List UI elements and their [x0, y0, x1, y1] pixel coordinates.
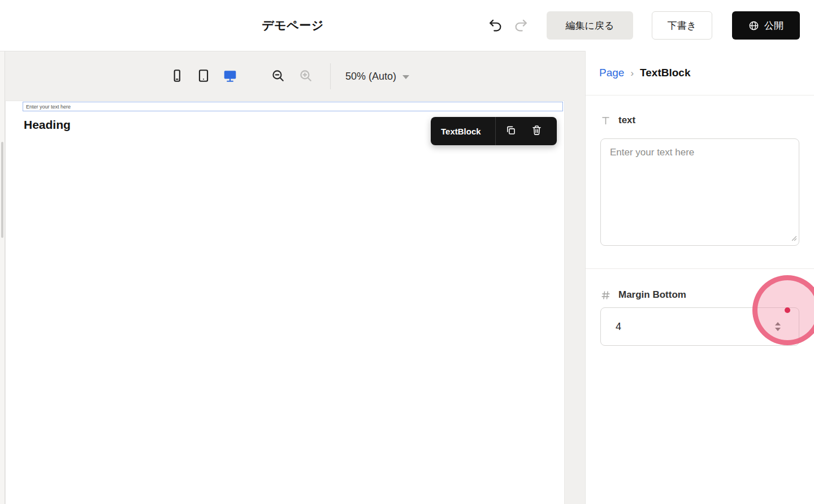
- app: デモページ 編集に戻る 下書き: [0, 0, 814, 504]
- zoom-in-icon: [298, 68, 313, 85]
- copy-icon: [505, 124, 517, 138]
- text-section-label: text: [618, 115, 635, 126]
- margin-bottom-field: [600, 307, 799, 346]
- device-phone-button[interactable]: [167, 66, 187, 86]
- device-tablet-button[interactable]: [193, 66, 214, 86]
- left-scrollbar: [0, 51, 5, 504]
- text-icon: [600, 115, 611, 126]
- inspector-divider: [586, 95, 814, 95]
- zoom-level-label: 50% (Auto): [345, 71, 396, 82]
- draft-button[interactable]: 下書き: [652, 11, 712, 40]
- top-bar: デモページ 編集に戻る 下書き: [0, 0, 814, 51]
- trash-icon: [531, 124, 543, 138]
- text-content-textarea[interactable]: [600, 138, 799, 246]
- breadcrumb-current: TextBlock: [640, 67, 690, 79]
- delete-block-button[interactable]: [525, 120, 548, 142]
- zoom-out-icon: [271, 68, 285, 85]
- workspace: 50% (Auto) Heading TextBlock: [0, 51, 585, 504]
- undo-icon: [488, 18, 503, 34]
- redo-button[interactable]: [509, 14, 532, 37]
- text-property-section: text: [586, 115, 814, 246]
- device-desktop-button[interactable]: [220, 66, 240, 86]
- margin-section-label: Margin Bottom: [618, 289, 686, 301]
- breadcrumb: Page › TextBlock: [586, 51, 814, 95]
- breadcrumb-separator-icon: ›: [630, 68, 634, 79]
- inspector-panel: Page › TextBlock text: [585, 51, 814, 504]
- page-title: デモページ: [262, 18, 323, 33]
- globe-icon: [748, 20, 759, 31]
- zoom-level-dropdown[interactable]: 50% (Auto): [345, 71, 409, 82]
- publish-button-label: 公開: [764, 19, 783, 32]
- canvas-toolbar: 50% (Auto): [167, 62, 409, 90]
- desktop-icon: [223, 68, 237, 85]
- page-canvas[interactable]: Heading TextBlock: [6, 101, 564, 504]
- toolbar-divider: [330, 63, 331, 89]
- zoom-in-button[interactable]: [296, 66, 316, 86]
- margin-bottom-input[interactable]: [601, 308, 799, 345]
- inspector-divider: [586, 268, 814, 269]
- breadcrumb-page-link[interactable]: Page: [599, 67, 624, 79]
- stepper-up-icon[interactable]: [775, 322, 781, 325]
- margin-section-header: Margin Bottom: [600, 289, 799, 301]
- text-section-header: text: [600, 115, 799, 126]
- scrollbar-thumb[interactable]: [1, 142, 3, 238]
- block-type-label: TextBlock: [441, 127, 495, 136]
- floating-toolbar-divider: [495, 117, 496, 145]
- zoom-out-button[interactable]: [268, 66, 288, 86]
- back-to-edit-button[interactable]: 編集に戻る: [547, 11, 633, 40]
- duplicate-block-button[interactable]: [499, 120, 522, 142]
- canvas-heading-block[interactable]: Heading: [24, 118, 71, 132]
- publish-button[interactable]: 公開: [732, 11, 800, 40]
- redo-icon: [513, 18, 528, 34]
- block-floating-toolbar: TextBlock: [431, 117, 557, 145]
- top-bar-actions: 編集に戻る 下書き 公開: [484, 0, 800, 51]
- margin-bottom-section: Margin Bottom: [586, 289, 814, 346]
- number-stepper[interactable]: [775, 322, 781, 331]
- canvas-textblock-input[interactable]: [23, 102, 563, 111]
- phone-icon: [170, 68, 184, 85]
- tablet-icon: [196, 68, 211, 85]
- chevron-down-icon: [402, 75, 409, 79]
- undo-button[interactable]: [484, 14, 507, 37]
- hash-icon: [600, 290, 611, 301]
- stepper-down-icon[interactable]: [775, 328, 781, 331]
